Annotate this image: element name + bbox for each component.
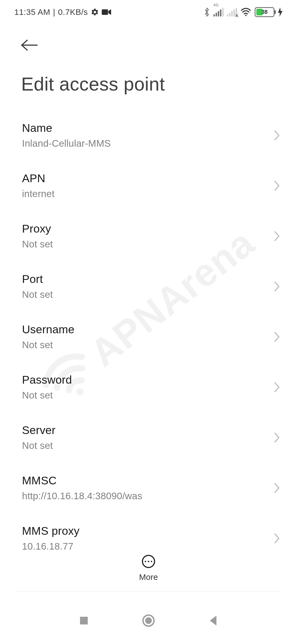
android-nav-bar [0, 597, 297, 644]
cellular-signal-2-icon [227, 8, 237, 17]
svg-point-9 [145, 617, 152, 624]
bottom-divider [15, 591, 282, 592]
chevron-right-icon [273, 331, 280, 343]
settings-row-label: Name [22, 122, 111, 135]
settings-row-password[interactable]: Password Not set [0, 362, 297, 412]
settings-row-label: MMSC [22, 474, 142, 487]
app-header [0, 24, 297, 54]
settings-row-text: MMSC http://10.16.18.4:38090/was [22, 474, 142, 501]
svg-point-1 [245, 15, 246, 16]
status-right: 4G 38 [204, 7, 283, 17]
more-icon [141, 554, 156, 569]
status-bar: 11:35 AM | 0.7KB/s 4G [0, 0, 297, 24]
settings-row-label: Username [22, 323, 75, 336]
wifi-icon [240, 8, 251, 17]
status-rate: 0.7KB/s [58, 7, 88, 17]
chevron-right-icon [273, 280, 280, 293]
more-button[interactable]: More [0, 554, 297, 582]
settings-row-apn[interactable]: APN internet [0, 160, 297, 211]
cellular-generation-label: 4G [213, 3, 219, 7]
chevron-right-icon [273, 180, 280, 192]
settings-row-label: Password [22, 373, 72, 386]
chevron-right-icon [273, 129, 280, 141]
settings-row-text: Name Inland-Cellular-MMS [22, 122, 111, 149]
settings-row-label: Proxy [22, 222, 53, 235]
settings-row-value: internet [22, 188, 54, 199]
settings-row-label: Server [22, 424, 56, 437]
settings-row-mmsc[interactable]: MMSC http://10.16.18.4:38090/was [0, 463, 297, 513]
svg-point-6 [151, 561, 152, 562]
chevron-right-icon [273, 432, 280, 444]
svg-rect-0 [102, 9, 108, 15]
svg-rect-7 [80, 617, 88, 624]
nav-back-button[interactable] [208, 615, 219, 627]
battery-icon: 38 [255, 7, 274, 17]
nav-home-button[interactable] [141, 613, 156, 628]
settings-list[interactable]: Name Inland-Cellular-MMS APN internet Pr… [0, 110, 297, 553]
chevron-right-icon [273, 532, 280, 544]
settings-row-value: Not set [22, 289, 53, 300]
arrow-left-icon [21, 39, 38, 51]
settings-row-value: Not set [22, 339, 75, 350]
settings-row-text: Port Not set [22, 273, 53, 300]
settings-row-username[interactable]: Username Not set [0, 312, 297, 362]
status-separator: | [53, 7, 55, 17]
settings-row-text: Proxy Not set [22, 222, 53, 250]
settings-row-name[interactable]: Name Inland-Cellular-MMS [0, 110, 297, 160]
settings-row-text: APN internet [22, 172, 54, 199]
settings-row-value: Not set [22, 239, 53, 250]
chevron-right-icon [273, 482, 280, 494]
battery-percent-label: 38 [262, 9, 268, 15]
back-button[interactable] [21, 36, 38, 54]
svg-point-4 [145, 561, 146, 562]
gear-icon [91, 8, 99, 16]
settings-row-label: Port [22, 273, 53, 286]
settings-row-value: 10.16.18.77 [22, 541, 79, 552]
settings-row-value: Not set [22, 390, 72, 401]
settings-row-text: Password Not set [22, 373, 72, 401]
settings-row-value: Not set [22, 440, 56, 451]
camera-icon [102, 9, 111, 15]
settings-row-mms-proxy[interactable]: MMS proxy 10.16.18.77 [0, 513, 297, 553]
cellular-signal-1-icon: 4G [213, 8, 224, 17]
settings-row-text: Username Not set [22, 323, 75, 350]
svg-point-5 [148, 561, 149, 562]
more-label: More [139, 572, 158, 582]
status-time: 11:35 AM [14, 7, 50, 17]
charging-icon [278, 7, 283, 17]
settings-row-text: MMS proxy 10.16.18.77 [22, 525, 79, 552]
settings-row-text: Server Not set [22, 424, 56, 451]
settings-row-port[interactable]: Port Not set [0, 261, 297, 312]
chevron-right-icon [273, 230, 280, 242]
page-title: Edit access point [0, 54, 297, 117]
settings-row-server[interactable]: Server Not set [0, 412, 297, 463]
settings-row-value: Inland-Cellular-MMS [22, 138, 111, 149]
chevron-right-icon [273, 381, 280, 393]
settings-row-value: http://10.16.18.4:38090/was [22, 490, 142, 501]
settings-row-label: MMS proxy [22, 525, 79, 537]
bluetooth-icon [204, 7, 210, 17]
nav-recents-button[interactable] [78, 615, 89, 626]
settings-row-label: APN [22, 172, 54, 185]
status-left: 11:35 AM | 0.7KB/s [14, 7, 111, 17]
settings-row-proxy[interactable]: Proxy Not set [0, 211, 297, 261]
